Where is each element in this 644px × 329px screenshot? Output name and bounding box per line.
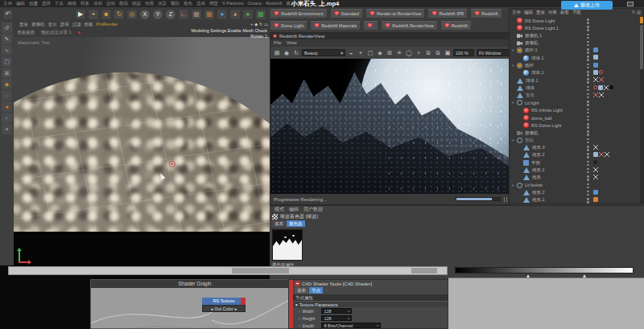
zoom-level-box[interactable]: 100 % — [453, 49, 474, 56]
object-manager-menu-item[interactable]: 查看 — [536, 9, 545, 16]
visibility-dots[interactable] — [587, 175, 589, 178]
object-row[interactable]: RS Dome Light — [510, 121, 639, 129]
undo-mini-icon[interactable]: ↺ — [2, 23, 12, 33]
menu-item[interactable]: X-Particles — [222, 0, 244, 7]
visibility-dots[interactable] — [587, 93, 589, 96]
record-icon[interactable]: ◉ — [283, 50, 291, 56]
object-row[interactable]: 球体.1 — [510, 76, 639, 84]
param-dot-icon[interactable]: ∘ — [298, 316, 300, 321]
tag-redx-icon[interactable] — [593, 93, 598, 97]
lock-tool-icon[interactable]: ◈ — [2, 79, 12, 89]
visibility-dots[interactable] — [587, 153, 589, 155]
menu-item[interactable]: 体积 — [93, 0, 102, 7]
tag-dot2-icon[interactable] — [593, 160, 597, 164]
more-tools-icon[interactable]: ▾ — [2, 124, 12, 134]
menu-item[interactable]: 选择 — [42, 0, 51, 7]
object-row[interactable]: 球体.1 — [510, 54, 639, 61]
tag-pen2-icon[interactable] — [593, 55, 598, 60]
perspective-viewport[interactable]: 透视视图 我的渲染设置 1 Modeling Settings Enable M… — [14, 27, 270, 265]
shader-graph-canvas[interactable]: RS Texture ◂ Out Color ▸ — [91, 288, 299, 328]
menu-item[interactable]: 创建 — [29, 0, 38, 7]
tag-redx-icon[interactable] — [599, 152, 604, 157]
visibility-dots[interactable] — [587, 146, 589, 148]
stepper-icon[interactable]: ▸ — [348, 309, 349, 313]
render-region-icon[interactable]: ▦ — [204, 9, 215, 20]
pen-tool-icon[interactable]: ✎ — [2, 34, 12, 44]
scale-tool-icon[interactable]: ■ — [101, 9, 112, 20]
rendered-image[interactable] — [270, 59, 510, 194]
layers-icon[interactable]: ⧉ — [424, 50, 432, 56]
tag-x-icon[interactable] — [599, 93, 604, 97]
object-manager-scrollbar[interactable] — [640, 17, 643, 204]
stepper-icon[interactable]: ▸ — [348, 316, 349, 320]
object-row[interactable]: dome_ball — [510, 114, 639, 121]
world-icon[interactable]: ◐ — [2, 113, 12, 123]
object-label[interactable]: 空白 — [525, 138, 534, 143]
pan-view-icon[interactable]: + — [250, 21, 253, 27]
object-label[interactable]: dome_ball — [531, 116, 551, 121]
node-header[interactable]: RS Texture — [202, 298, 246, 305]
noise-preview-thumbnail[interactable] — [272, 229, 303, 261]
tag-pen-icon[interactable] — [593, 47, 598, 52]
tag-x-icon[interactable] — [604, 85, 609, 90]
menu-item[interactable]: Octane — [248, 0, 262, 7]
param-input[interactable]: 128 ▸ — [321, 308, 352, 314]
pixel-grid-icon[interactable]: ⊞ — [386, 50, 394, 56]
menu-item[interactable]: 绑定 — [209, 0, 218, 7]
spline-tool-icon[interactable]: ∿ — [2, 45, 12, 56]
visibility-dots[interactable] — [587, 116, 589, 118]
redshift-button[interactable]: Dome Light — [270, 20, 308, 31]
tag-pen2-icon[interactable] — [593, 152, 598, 157]
object-label[interactable]: 地形 — [532, 175, 541, 180]
visibility-dots[interactable] — [587, 71, 589, 73]
rotate-view-icon[interactable]: ↻ — [259, 21, 262, 27]
object-row[interactable]: 摄像机 — [510, 39, 639, 47]
upload-button[interactable]: 极速上传 — [561, 1, 613, 10]
y-axis-toggle[interactable]: Y — [152, 9, 163, 20]
visibility-dots[interactable] — [587, 138, 589, 141]
object-label[interactable]: RS Dome Light — [531, 123, 561, 128]
attribute-menu-item[interactable]: 编辑 — [289, 206, 299, 213]
material-ball-icon[interactable]: ● — [2, 101, 12, 112]
shader-node-tab[interactable]: 基本 — [295, 287, 308, 294]
tag-redtarget-icon[interactable] — [593, 85, 597, 89]
out-color-port[interactable]: ◂ Out Color ▸ — [202, 305, 246, 312]
object-row[interactable]: ▾ Lit light — [510, 99, 639, 106]
renderview-titlebar[interactable]: Redshift RenderView — [270, 33, 510, 39]
object-label[interactable]: 地形.2 — [532, 190, 545, 195]
prorender-menu-item[interactable]: ProRender — [97, 21, 118, 27]
shader-node-tab[interactable]: 节点 — [309, 287, 323, 294]
gradient-bar[interactable] — [455, 267, 634, 273]
menu-item[interactable]: 角色 — [184, 0, 192, 7]
redshift-button[interactable]: Redshift — [470, 8, 502, 19]
mesh-tool-icon[interactable]: ▣ — [2, 68, 12, 78]
dark-sphere-icon[interactable]: ● — [2, 90, 12, 101]
expand-arrow-icon[interactable]: ▾ — [512, 138, 515, 142]
visibility-dots[interactable] — [587, 78, 589, 80]
menu-item[interactable]: 模拟 — [119, 0, 128, 7]
object-label[interactable]: 球体.1 — [526, 78, 539, 84]
object-label[interactable]: 平面 — [531, 160, 540, 166]
object-label[interactable]: RS Dome Light.1 — [525, 26, 559, 31]
scrollbar-thumb[interactable] — [640, 25, 643, 69]
z-axis-toggle[interactable]: Z — [165, 9, 176, 20]
object-label[interactable]: 摄像机 — [525, 40, 539, 46]
param-dot-icon[interactable]: ∘ — [298, 309, 300, 314]
move-tool-icon[interactable]: + — [88, 9, 99, 20]
tag-x-icon[interactable] — [593, 167, 598, 172]
object-label[interactable]: 摄像机 — [525, 130, 539, 136]
floating-scrub-bar[interactable] — [8, 266, 448, 275]
shader-graph-titlebar[interactable]: Shader Graph ▫ ✕ — [91, 280, 299, 288]
param-input[interactable]: 128 ▸ — [321, 315, 352, 321]
tag-x-icon[interactable] — [593, 145, 598, 150]
texture-parameters-group[interactable]: ▾ Texture Parameters — [293, 301, 448, 307]
tag-x-icon[interactable] — [593, 175, 598, 179]
visibility-dots[interactable] — [587, 48, 589, 51]
viewport-menu-item[interactable]: 面板 — [85, 21, 93, 27]
last-tool-icon[interactable]: ◎ — [126, 9, 138, 20]
object-label[interactable]: 球体.1 — [531, 70, 544, 76]
refresh-icon[interactable]: ↻ — [632, 9, 635, 16]
snapshot-icon[interactable]: ▤ — [273, 50, 281, 56]
object-row[interactable]: 地形 — [510, 174, 639, 181]
object-row[interactable]: 地形.1 — [510, 167, 639, 174]
